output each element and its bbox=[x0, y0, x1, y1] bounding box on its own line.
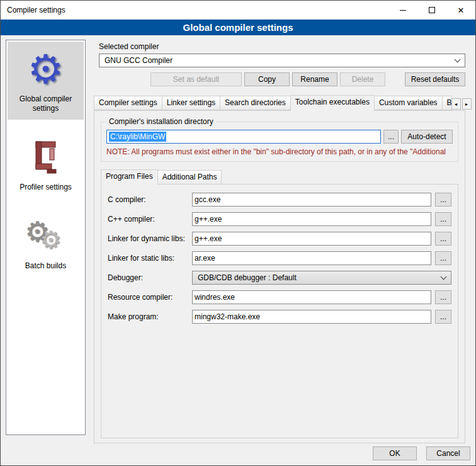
make-program-input[interactable]: mingw32-make.exe bbox=[192, 310, 431, 324]
tab-linker-settings[interactable]: Linker settings bbox=[162, 96, 220, 110]
bin-subdirectory-note: NOTE: All programs must exist either in … bbox=[106, 147, 453, 156]
tab-program-files[interactable]: Program Files bbox=[101, 169, 158, 185]
form-row-debugger: Debugger: GDB/CDB debugger : Default bbox=[108, 271, 451, 285]
field-label: C++ compiler: bbox=[108, 215, 188, 224]
tab-compiler-settings[interactable]: Compiler settings bbox=[94, 96, 162, 110]
c-compiler-input[interactable]: gcc.exe bbox=[192, 193, 431, 207]
static-linker-input[interactable]: ar.exe bbox=[192, 251, 431, 265]
compiler-settings-dialog: Compiler settings ✕ Global compiler sett… bbox=[0, 0, 476, 466]
c-compiler-browse-button[interactable]: ... bbox=[435, 193, 451, 207]
static-linker-browse-button[interactable]: ... bbox=[435, 251, 451, 265]
form-row-resource-compiler: Resource compiler: windres.exe ... bbox=[108, 290, 451, 304]
selected-compiler-label: Selected compiler bbox=[99, 42, 465, 51]
installation-directory-legend: Compiler's installation directory bbox=[106, 117, 216, 126]
maximize-button[interactable] bbox=[417, 1, 446, 20]
window-title: Compiler settings bbox=[1, 6, 65, 14]
field-label: Linker for dynamic libs: bbox=[108, 234, 188, 243]
chevron-down-icon bbox=[441, 273, 447, 280]
dynamic-linker-input[interactable]: g++.exe bbox=[192, 232, 431, 246]
minimize-button[interactable] bbox=[388, 1, 417, 20]
sidebar-item-profiler-settings[interactable]: Profiler settings bbox=[8, 130, 84, 198]
dialog-body: ⚙ Global compiler settings Profiler sett… bbox=[1, 35, 475, 448]
cancel-button[interactable]: Cancel bbox=[426, 446, 470, 460]
close-icon: ✕ bbox=[458, 6, 465, 14]
compiler-actions: Set as default Copy Rename Delete Reset … bbox=[99, 72, 465, 86]
set-as-default-button[interactable]: Set as default bbox=[150, 72, 242, 86]
delete-button[interactable]: Delete bbox=[340, 72, 385, 86]
sidebar-item-batch-builds[interactable]: ⚙ ⚙ Batch builds bbox=[8, 208, 84, 277]
form-row-c-compiler: C compiler: gcc.exe ... bbox=[108, 193, 451, 207]
global-compiler-gear-icon: ⚙ bbox=[28, 47, 64, 92]
tab-custom-variables[interactable]: Custom variables bbox=[374, 96, 443, 110]
field-label: Debugger: bbox=[108, 273, 188, 282]
auto-detect-button[interactable]: Auto-detect bbox=[401, 130, 453, 144]
field-label: C compiler: bbox=[108, 195, 188, 204]
field-label: Resource compiler: bbox=[108, 293, 188, 302]
tab-scroll-buttons: ◄ ► bbox=[451, 98, 472, 110]
tab-scroll-right-button[interactable]: ► bbox=[462, 98, 472, 110]
page-title: Global compiler settings bbox=[1, 20, 475, 35]
cpp-compiler-input[interactable]: g++.exe bbox=[192, 212, 431, 226]
form-row-make-program: Make program: mingw32-make.exe ... bbox=[108, 310, 451, 324]
dynamic-linker-browse-button[interactable]: ... bbox=[435, 232, 451, 246]
dialog-footer: OK Cancel bbox=[373, 446, 470, 460]
ok-button[interactable]: OK bbox=[373, 446, 417, 460]
compiler-select[interactable]: GNU GCC Compiler bbox=[99, 54, 465, 67]
rename-button[interactable]: Rename bbox=[292, 72, 337, 86]
debugger-select-value: GDB/CDB debugger : Default bbox=[198, 273, 297, 282]
sidebar-item-label: Global compiler settings bbox=[9, 94, 82, 113]
installation-directory-value: C:\raylib\MinGW bbox=[109, 132, 166, 142]
debugger-select[interactable]: GDB/CDB debugger : Default bbox=[192, 271, 451, 285]
toolchain-executables-page: Compiler's installation directory C:\ray… bbox=[94, 110, 465, 443]
reset-defaults-button[interactable]: Reset defaults bbox=[405, 72, 465, 86]
arrow-right-icon: ► bbox=[465, 102, 469, 106]
settings-category-list: ⚙ Global compiler settings Profiler sett… bbox=[6, 40, 86, 435]
installation-directory-browse-button[interactable]: ... bbox=[383, 130, 399, 144]
profiler-clamp-icon bbox=[31, 135, 60, 180]
caption-buttons: ✕ bbox=[388, 1, 475, 20]
installation-directory-group: Compiler's installation directory C:\ray… bbox=[101, 117, 458, 162]
resource-compiler-input[interactable]: windres.exe bbox=[192, 290, 431, 304]
form-row-dynamic-linker: Linker for dynamic libs: g++.exe ... bbox=[108, 232, 451, 246]
batch-builds-gears-icon: ⚙ ⚙ bbox=[25, 213, 67, 259]
form-row-static-linker: Linker for static libs: ar.exe ... bbox=[108, 251, 451, 265]
tab-additional-paths[interactable]: Additional Paths bbox=[157, 170, 222, 185]
tab-toolchain-executables[interactable]: Toolchain executables bbox=[290, 95, 375, 111]
program-files-tabbar: Program Files Additional Paths bbox=[101, 169, 458, 185]
resource-compiler-browse-button[interactable]: ... bbox=[435, 290, 451, 304]
field-label: Linker for static libs: bbox=[108, 254, 188, 263]
title-bar: Compiler settings ✕ bbox=[1, 1, 475, 20]
sidebar-item-label: Batch builds bbox=[25, 261, 66, 271]
tab-build-options[interactable]: Build bbox=[442, 96, 452, 110]
installation-directory-input[interactable]: C:\raylib\MinGW bbox=[106, 130, 381, 144]
chevron-down-icon bbox=[455, 56, 461, 62]
installation-directory-row: C:\raylib\MinGW ... Auto-detect bbox=[106, 130, 453, 144]
close-button[interactable]: ✕ bbox=[446, 1, 475, 20]
tab-search-directories[interactable]: Search directories bbox=[220, 96, 291, 110]
maximize-icon bbox=[429, 7, 435, 13]
minimize-icon bbox=[400, 10, 406, 11]
tab-scroll-left-button[interactable]: ◄ bbox=[451, 98, 461, 110]
form-row-cpp-compiler: C++ compiler: g++.exe ... bbox=[108, 212, 451, 226]
settings-tabbar: Compiler settings Linker settings Search… bbox=[94, 95, 465, 110]
arrow-left-icon: ◄ bbox=[454, 102, 458, 106]
sidebar-item-global-compiler-settings[interactable]: ⚙ Global compiler settings bbox=[8, 42, 84, 120]
field-label: Make program: bbox=[108, 312, 188, 321]
main-panel: Selected compiler GNU GCC Compiler Set a… bbox=[91, 40, 470, 443]
copy-button[interactable]: Copy bbox=[244, 72, 290, 86]
sidebar-item-label: Profiler settings bbox=[20, 183, 72, 192]
program-files-page: C compiler: gcc.exe ... C++ compiler: g+… bbox=[101, 184, 458, 438]
make-program-browse-button[interactable]: ... bbox=[435, 310, 451, 324]
cpp-compiler-browse-button[interactable]: ... bbox=[435, 212, 451, 226]
compiler-select-value: GNU GCC Compiler bbox=[105, 56, 173, 65]
